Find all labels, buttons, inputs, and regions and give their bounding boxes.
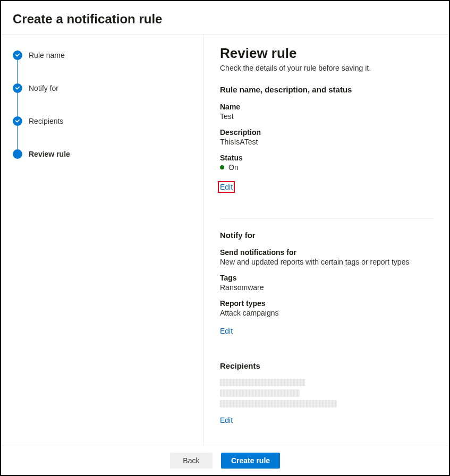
field-description: Description ThisIsATest — [220, 128, 433, 146]
field-status-label: Status — [220, 154, 433, 162]
field-types-label: Report types — [220, 299, 433, 308]
section-heading: Rule name, description, and status — [220, 85, 433, 94]
dot-icon — [13, 149, 22, 159]
back-button[interactable]: Back — [170, 453, 213, 469]
field-tags-value: Ransomware — [220, 283, 433, 292]
recipient-redacted — [220, 389, 300, 397]
edit-notify-for-link[interactable]: Edit — [220, 327, 233, 335]
field-types-value: Attack campaigns — [220, 309, 433, 317]
edit-rule-name-link[interactable]: Edit — [218, 181, 235, 193]
step-connector — [17, 60, 18, 83]
step-label: Rule name — [29, 51, 65, 60]
review-title: Review rule — [220, 45, 433, 62]
section-notify-for: Notify for Send notifications for New an… — [220, 231, 433, 346]
recipient-redacted — [220, 400, 337, 407]
field-description-label: Description — [220, 128, 433, 137]
step-connector — [17, 93, 18, 116]
field-description-value: ThisIsATest — [220, 138, 433, 146]
field-status-value: On — [228, 163, 239, 172]
checkmark-icon — [13, 83, 22, 93]
step-recipients[interactable]: Recipients — [13, 116, 192, 126]
field-send-value: New and updated reports with certain tag… — [220, 258, 433, 266]
recipients-list — [220, 379, 433, 407]
field-send-label: Send notifications for — [220, 248, 433, 257]
recipient-redacted — [220, 379, 305, 386]
wizard-main: Review rule Check the details of your ru… — [204, 35, 449, 446]
checkmark-icon — [13, 50, 22, 60]
field-status: Status On — [220, 154, 433, 172]
field-name: Name Test — [220, 103, 433, 121]
field-tags-label: Tags — [220, 274, 433, 282]
field-tags: Tags Ransomware — [220, 274, 433, 292]
step-notify-for[interactable]: Notify for — [13, 83, 192, 93]
step-label: Review rule — [29, 150, 70, 158]
section-divider — [220, 218, 433, 219]
step-label: Recipients — [29, 117, 63, 125]
section-rule-name-desc-status: Rule name, description, and status Name … — [220, 85, 433, 203]
edit-recipients-link[interactable]: Edit — [220, 416, 233, 424]
field-send-notifications: Send notifications for New and updated r… — [220, 248, 433, 266]
step-review-rule[interactable]: Review rule — [13, 149, 192, 159]
step-connector — [17, 126, 18, 149]
section-heading: Recipients — [220, 361, 433, 370]
wizard-sidebar: Rule name Notify for Recipients Review r… — [1, 35, 204, 446]
field-report-types: Report types Attack campaigns — [220, 299, 433, 317]
review-subtitle: Check the details of your rule before sa… — [220, 64, 433, 72]
create-rule-button[interactable]: Create rule — [221, 453, 280, 469]
field-name-value: Test — [220, 112, 433, 121]
checkmark-icon — [13, 116, 22, 126]
section-recipients: Recipients Edit — [220, 361, 433, 436]
wizard-footer: Back Create rule — [1, 446, 449, 475]
page-title: Create a notification rule — [13, 12, 437, 27]
step-label: Notify for — [29, 84, 58, 92]
wizard-header: Create a notification rule — [1, 1, 449, 35]
step-rule-name[interactable]: Rule name — [13, 50, 192, 60]
field-name-label: Name — [220, 103, 433, 111]
status-dot-icon — [220, 165, 224, 169]
section-heading: Notify for — [220, 231, 433, 240]
